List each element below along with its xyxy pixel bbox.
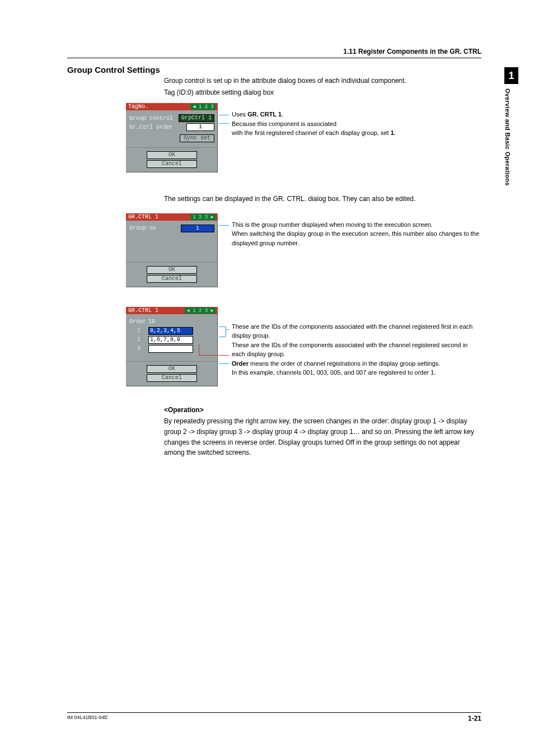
cancel-button[interactable]: Cancel xyxy=(147,160,197,168)
field-label-group-control: Group control xyxy=(129,115,179,122)
annotation-3: These are the IDs of the components asso… xyxy=(232,322,481,377)
operation-heading: <Operation> xyxy=(164,405,481,416)
leader-line xyxy=(199,344,199,355)
operation-body: By repeatedly pressing the right arrow k… xyxy=(164,416,481,458)
leader-line xyxy=(226,326,226,337)
id-cell-1[interactable]: 0,2,3,4,5 xyxy=(148,327,193,335)
section-heading: Group Control Settings xyxy=(67,65,481,74)
page-indicator: ◀ 1 2 3 ▶ xyxy=(185,307,216,314)
ok-button[interactable]: OK xyxy=(147,151,197,159)
chapter-side-tab: 1 Overview and Basic Operations xyxy=(504,67,518,186)
field-label-group-no: Group no xyxy=(129,225,181,231)
running-header: 1.11 Register Components in the GR. CTRL xyxy=(67,48,481,58)
dialog-titlebar: GR.CTRL 1 1 2 3 ▶ xyxy=(126,213,218,221)
dialog-title-text: GR.CTRL 1 xyxy=(128,307,158,314)
leader-line xyxy=(226,329,229,330)
cancel-button[interactable]: Cancel xyxy=(147,275,197,283)
page-indicator: ◀ 1 2 3 xyxy=(191,104,216,110)
page-footer: IM 04L41B01-04E 1-21 xyxy=(67,712,481,722)
field-value-group-no[interactable]: 1 xyxy=(181,225,214,232)
dialog-tagno: TagNo. ◀ 1 2 3 Group control GrpCtrl 1 G… xyxy=(125,102,219,174)
chapter-number-box: 1 xyxy=(504,67,518,84)
leader-line xyxy=(219,326,226,327)
id-cell-2[interactable]: 1,6,7,8,9 xyxy=(148,336,193,344)
ok-button[interactable]: OK xyxy=(147,365,197,373)
leader-line xyxy=(219,123,229,124)
id-cell-3[interactable] xyxy=(148,345,193,353)
column-header-id: ID xyxy=(148,319,155,325)
order-cell: 3 xyxy=(129,346,148,352)
field-value-group-control[interactable]: GrpCtrl 1 xyxy=(179,114,214,122)
order-cell: 2 xyxy=(129,337,148,343)
field-label-grctrl-order: Gr.Ctrl order xyxy=(129,124,186,130)
leader-line xyxy=(199,355,229,356)
leader-line xyxy=(219,115,229,115)
dialog-titlebar: TagNo. ◀ 1 2 3 xyxy=(126,103,218,110)
dialog-titlebar: GR.CTRL 1 ◀ 1 2 3 ▶ xyxy=(126,307,218,314)
intro-para-2: Tag (ID:0) attribute setting dialog box xyxy=(164,87,481,98)
dialog-grctrl-groupno: GR.CTRL 1 1 2 3 ▶ Group no 1 OK Cancel xyxy=(125,212,219,288)
mid-paragraph: The settings can be displayed in the GR.… xyxy=(164,194,481,204)
annotation-1: Uses GR. CRTL 1. Because this component … xyxy=(232,110,478,138)
footer-doc-id: IM 04L41B01-04E xyxy=(67,715,108,722)
order-cell: 1 xyxy=(129,328,148,334)
page-indicator: 1 2 3 ▶ xyxy=(191,214,216,220)
chapter-title-vertical: Overview and Basic Operations xyxy=(504,84,511,186)
intro-para-1: Group control is set up in the attribute… xyxy=(164,76,481,86)
sync-set-button[interactable]: Sync set xyxy=(180,134,214,142)
footer-page-number: 1-21 xyxy=(468,715,481,722)
leader-line xyxy=(219,363,229,364)
leader-line xyxy=(219,225,229,226)
field-value-grctrl-order[interactable]: 1 xyxy=(186,123,214,131)
dialog-grctrl-order-id: GR.CTRL 1 ◀ 1 2 3 ▶ Order ID 1 0,2,3,4,5… xyxy=(125,306,219,388)
annotation-2: This is the group number displayed when … xyxy=(232,220,481,248)
dialog-title-text: GR.CTRL 1 xyxy=(128,214,158,220)
leader-line xyxy=(219,337,226,337)
dialog-title-text: TagNo. xyxy=(128,104,148,110)
cancel-button[interactable]: Cancel xyxy=(147,374,197,382)
header-rule xyxy=(67,58,481,58)
column-header-order: Order xyxy=(129,319,148,325)
ok-button[interactable]: OK xyxy=(147,266,197,274)
